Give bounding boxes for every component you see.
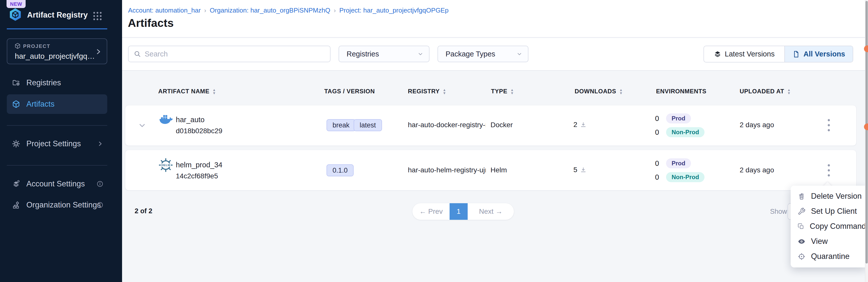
results-count: 2 of 2 (135, 207, 152, 215)
artifact-name-link[interactable]: har_auto (176, 116, 205, 124)
breadcrumb: Account: automation_har › Organization: … (128, 6, 448, 14)
docker-icon (159, 113, 173, 125)
breadcrumb-organization[interactable]: Organization: har_auto_orgBPiSNPMzhQ (210, 6, 330, 14)
downloads-cell: 5 (574, 166, 587, 174)
tag-pill: break (327, 119, 355, 131)
crosshair-icon (798, 253, 805, 260)
sidebar-divider (7, 165, 107, 166)
registries-filter-dropdown[interactable]: Registries (339, 46, 430, 62)
nonprod-badge: Non-Prod (666, 172, 705, 182)
chevron-down-icon (516, 51, 522, 57)
chevron-down-icon (417, 51, 424, 57)
row-expander-chevron-down-icon[interactable] (138, 121, 146, 130)
sidebar-item-label: Project Settings (26, 139, 81, 148)
sidebar-item-organization-settings[interactable]: Organization Settings (7, 197, 107, 213)
next-page-button[interactable]: Next → (468, 203, 514, 220)
notification-dot (864, 124, 868, 130)
artifact-name-link[interactable]: helm_prod_34 (176, 161, 222, 169)
column-header-uploaded-at[interactable]: UPLOADED AT ▲▼ (740, 88, 791, 95)
chevron-right-icon (97, 141, 103, 147)
sidebar-item-project-settings[interactable]: Project Settings (7, 136, 107, 152)
nonprod-count: 0 (655, 173, 659, 181)
menu-item-quarantine[interactable]: Quarantine (790, 249, 866, 264)
sort-icon[interactable]: ▲▼ (443, 88, 446, 95)
sidebar-accent-rule (7, 28, 107, 29)
scrollbar-thumb[interactable] (866, 1, 868, 263)
sidebar-item-label: Organization Settings (26, 201, 101, 210)
column-header-registry[interactable]: REGISTRY ▲▼ (408, 88, 446, 95)
chevron-right-icon (95, 48, 102, 55)
registries-filter-label: Registries (347, 50, 379, 58)
row-actions-kebab-icon[interactable] (824, 162, 834, 178)
prod-badge: Prod (666, 113, 691, 124)
tag-pill: latest (353, 119, 382, 131)
nonprod-badge: Non-Prod (666, 127, 705, 137)
breadcrumb-separator-icon: › (330, 7, 339, 14)
breadcrumb-account[interactable]: Account: automation_har (128, 6, 201, 14)
svg-text:HELM: HELM (161, 164, 170, 167)
document-icon (793, 50, 800, 58)
organization-settings-icon (12, 201, 20, 209)
wrench-icon (798, 208, 805, 215)
layers-icon (714, 50, 721, 58)
vertical-scrollbar[interactable] (865, 0, 868, 282)
downloads-count: 2 (574, 121, 578, 129)
menu-item-view[interactable]: View (790, 234, 866, 249)
artifact-registry-logo-icon (8, 7, 22, 22)
sort-icon[interactable]: ▲▼ (787, 88, 790, 95)
apps-grid-icon[interactable] (92, 11, 102, 21)
latest-versions-button[interactable]: Latest Versions (704, 46, 785, 62)
artifact-digest: d018b028bc29 (176, 127, 222, 135)
menu-item-set-up-client[interactable]: Set Up Client (790, 204, 866, 219)
search-icon (134, 50, 141, 58)
sidebar-item-label: Account Settings (26, 179, 85, 188)
row-actions-kebab-icon[interactable] (824, 117, 834, 133)
prod-badge: Prod (666, 158, 691, 168)
gear-icon (12, 140, 20, 148)
prev-page-button[interactable]: ← Prev (412, 203, 450, 220)
project-label: PROJECT (23, 43, 50, 49)
trash-icon (798, 192, 805, 200)
registries-icon (12, 78, 20, 87)
artifacts-icon (12, 100, 20, 108)
registry-link[interactable]: har-auto-docker-registry-r… (408, 121, 486, 129)
sort-icon[interactable]: ▲▼ (510, 88, 514, 95)
download-icon (580, 121, 587, 128)
artifact-registry-screen: NEW Artifact Registry (0, 0, 868, 282)
row-actions-context-menu: Delete Version Set Up Client Copy Comman… (790, 186, 866, 268)
package-types-filter-dropdown[interactable]: Package Types (437, 46, 528, 62)
latest-versions-label: Latest Versions (725, 50, 775, 58)
page-1-button[interactable]: 1 (450, 203, 468, 220)
downloads-cell: 2 (574, 121, 587, 129)
show-label: Show (770, 208, 787, 215)
sort-icon[interactable]: ▲▼ (619, 88, 623, 95)
prod-count: 0 (655, 159, 659, 168)
all-versions-label: All Versions (803, 50, 845, 58)
project-selector[interactable]: PROJECT har_auto_projectjvfgq… (7, 38, 107, 64)
column-header-type[interactable]: TYPE ▲▼ (491, 88, 514, 95)
all-versions-button[interactable]: All Versions (785, 46, 853, 62)
artifact-type: Helm (491, 166, 507, 174)
breadcrumb-project[interactable]: Project: har_auto_projectjvfgqOPGEp (339, 6, 448, 14)
sidebar-item-label: Registries (26, 78, 61, 87)
menu-item-delete-version[interactable]: Delete Version (790, 189, 866, 204)
sidebar-item-label: Artifacts (26, 100, 55, 109)
info-icon (97, 181, 103, 187)
artifact-type: Docker (491, 121, 513, 129)
sidebar-item-registries[interactable]: Registries (7, 75, 107, 91)
artifact-digest: 14c2cf68f9e5 (176, 172, 218, 180)
sort-icon[interactable]: ▲▼ (213, 88, 216, 95)
uploaded-at: 2 days ago (740, 166, 774, 174)
column-header-downloads[interactable]: DOWNLOADS ▲▼ (575, 88, 623, 95)
sidebar-item-account-settings[interactable]: Account Settings (7, 176, 107, 192)
sidebar-item-artifacts[interactable]: Artifacts (7, 94, 107, 114)
info-icon (97, 202, 103, 208)
breadcrumb-separator-icon: › (201, 7, 210, 14)
nonprod-count: 0 (655, 128, 659, 137)
copy-icon (798, 222, 804, 230)
menu-item-copy-command[interactable]: Copy Command (790, 219, 866, 234)
package-types-filter-label: Package Types (445, 50, 495, 58)
registry-link[interactable]: har-auto-helm-registry-ujn… (408, 166, 486, 174)
column-header-artifact-name[interactable]: ARTIFACT NAME ▲▼ (158, 88, 216, 95)
search-input[interactable] (145, 50, 325, 58)
